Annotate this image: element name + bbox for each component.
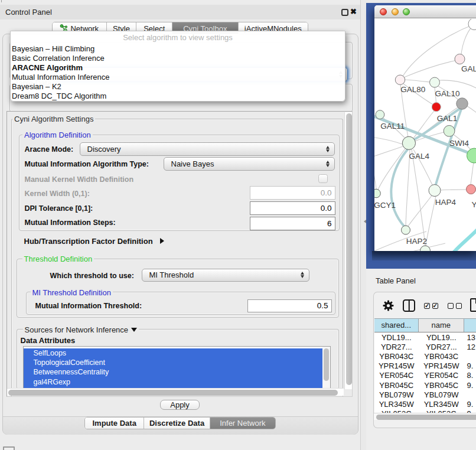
- attribute-list-item[interactable]: BetweennessCentrality: [24, 367, 323, 377]
- graph-node[interactable]: [468, 19, 476, 30]
- tab-infer-network[interactable]: Infer Network: [210, 418, 275, 429]
- float-window-icon[interactable]: [341, 9, 348, 16]
- settings-vertical-scrollbar[interactable]: [344, 112, 353, 389]
- combo-arrows-icon: [296, 269, 309, 281]
- algorithm-dropdown: Select algorithm to view settings Bayesi…: [10, 31, 345, 102]
- settings-vscrollbar-thumb[interactable]: [346, 113, 352, 385]
- close-traffic-light[interactable]: [380, 8, 387, 15]
- attribute-list-item[interactable]: SelfLoops: [24, 348, 323, 358]
- apply-button[interactable]: Apply: [160, 400, 200, 410]
- graph-node-label: GAL11: [380, 121, 405, 130]
- column-header-name[interactable]: name: [419, 319, 464, 332]
- graph-node[interactable]: [395, 75, 405, 84]
- column-header-shared-name[interactable]: shared...: [374, 319, 419, 332]
- table-cell: YDR27...: [374, 342, 419, 351]
- aracne-mode-select[interactable]: Discovery: [80, 142, 335, 156]
- dropdown-item[interactable]: Bayesian – K2: [11, 82, 345, 92]
- graph-node[interactable]: [457, 97, 468, 109]
- zoom-traffic-light[interactable]: [403, 8, 410, 15]
- network-canvas[interactable]: GAL2GAL80GAL10GAL1GAL11SWI4GAL4GCY1HAP4Y…: [374, 19, 476, 251]
- attributes-selection: SelfLoopsTopologicalCoefficientBetweenne…: [24, 348, 323, 388]
- data-attributes-list: SelfLoopsTopologicalCoefficientBetweenne…: [23, 346, 331, 389]
- panel-splitter[interactable]: [360, 0, 366, 450]
- graph-node[interactable]: [376, 110, 384, 119]
- table-cell: YDL19...: [374, 332, 419, 342]
- graph-node[interactable]: [374, 189, 380, 198]
- graph-node[interactable]: [467, 184, 476, 194]
- table-horizontal-scrollbar[interactable]: [374, 413, 476, 420]
- table-row[interactable]: YER054CYER054C8.: [374, 371, 476, 380]
- attributes-scrollbar-thumb[interactable]: [324, 348, 329, 381]
- control-panel-title: Control Panel: [5, 8, 52, 17]
- which-threshold-select[interactable]: MI Threshold: [142, 269, 309, 282]
- graph-node[interactable]: [467, 148, 476, 163]
- table-cell: YBR045C: [419, 380, 464, 390]
- table-cell: YBR043C: [374, 351, 419, 361]
- table-row[interactable]: YDL19...YDL19...13: [374, 332, 476, 342]
- mi-algorithm-type-select[interactable]: Naive Bayes: [164, 157, 335, 171]
- corner-button[interactable]: [3, 446, 15, 450]
- settings-horizontal-scrollbar[interactable]: [7, 388, 344, 396]
- sources-group-title[interactable]: Sources for Network Inference: [23, 326, 139, 334]
- dropdown-prompt[interactable]: Select algorithm to view settings: [11, 31, 345, 44]
- dpi-tolerance-field[interactable]: 0.0: [250, 201, 335, 216]
- checked-box-icon: [424, 303, 430, 309]
- dropdown-item[interactable]: Bayesian – Hill Climbing: [11, 44, 345, 54]
- dropdown-item[interactable]: Dream8 DC_TDC Algorithm: [11, 92, 345, 101]
- graph-node[interactable]: [420, 246, 431, 251]
- graph-node[interactable]: [444, 125, 455, 136]
- table-cell: 9.: [464, 380, 476, 390]
- tab-impute-data[interactable]: Impute Data: [85, 418, 144, 429]
- graph-edge: [374, 167, 376, 189]
- attributes-list-scrollbar[interactable]: [322, 347, 330, 389]
- tab-discretize-data[interactable]: Discretize Data: [144, 418, 210, 429]
- table-cell: YER054C: [374, 371, 419, 380]
- cytoscape-desktop: GAL2GAL80GAL10GAL1GAL11SWI4GAL4GCY1HAP4Y…: [366, 0, 476, 269]
- export-table-icon[interactable]: [470, 298, 476, 312]
- graph-node[interactable]: [402, 226, 410, 234]
- graph-node[interactable]: [432, 102, 441, 111]
- graph-edge: [412, 149, 425, 246]
- table-header-row: shared... name: [374, 318, 476, 333]
- network-window-titlebar[interactable]: [374, 5, 476, 18]
- close-icon[interactable]: ✖: [350, 7, 358, 18]
- minimize-traffic-light[interactable]: [392, 8, 399, 15]
- table-rows: YDL19...YDL19...13YDR27...YDR27...12YBR0…: [374, 332, 476, 413]
- table-row[interactable]: YBR043CYBR043C: [374, 351, 476, 361]
- table-row[interactable]: YPR145WYPR145W9.: [374, 361, 476, 371]
- graph-node[interactable]: [402, 136, 415, 149]
- table-hscrollbar-thumb[interactable]: [376, 415, 476, 420]
- dropdown-item[interactable]: Basic Correlation Inference: [11, 54, 345, 63]
- graph-edge: [374, 137, 402, 144]
- kernel-width-field[interactable]: 0.0: [250, 186, 335, 200]
- graph-node-label: SWI4: [449, 138, 469, 147]
- tab-impute-data-label: Impute Data: [92, 419, 136, 428]
- mi-steps-field[interactable]: 6: [250, 217, 335, 230]
- threshold-definition-title: Threshold Definition: [22, 255, 94, 263]
- table-cell: YDL19...: [419, 332, 464, 342]
- checked-box-icon: [432, 303, 438, 309]
- dropdown-item[interactable]: ARACNE Algorithm: [11, 63, 345, 73]
- graph-node[interactable]: [429, 184, 441, 196]
- table-row[interactable]: YBR045CYBR045C9.: [374, 380, 476, 390]
- show-columns-icon[interactable]: [424, 303, 438, 309]
- attribute-list-item[interactable]: gal4RGexp: [24, 377, 323, 387]
- graph-node[interactable]: [455, 54, 465, 64]
- window-bottom-shadow: [372, 251, 476, 260]
- column-header-partial[interactable]: [464, 319, 476, 332]
- graph-node[interactable]: [430, 77, 440, 87]
- dropdown-item[interactable]: Mutual Information Inference: [11, 73, 345, 82]
- table-row[interactable]: YBL079WYBL079W: [374, 390, 476, 399]
- hub-transcription-factor-expander[interactable]: Hub/Transcription Factor Definition: [24, 237, 164, 246]
- attribute-list-item[interactable]: TopologicalCoefficient: [24, 358, 323, 367]
- gear-icon[interactable]: [383, 300, 394, 311]
- node-table: shared... name YDL19...YDL19...13YDR27..…: [374, 318, 476, 413]
- aracne-mode-label: Aracne Mode:: [25, 145, 74, 154]
- hide-columns-icon[interactable]: [448, 303, 462, 309]
- mi-threshold-field[interactable]: 0.5: [247, 299, 332, 313]
- settings-hscrollbar-thumb[interactable]: [8, 390, 338, 396]
- table-row[interactable]: YDR27...YDR27...12: [374, 342, 476, 351]
- manual-kernel-width-checkbox[interactable]: [318, 174, 328, 183]
- table-row[interactable]: YLR345WYLR345W9.: [374, 399, 476, 409]
- split-view-icon[interactable]: [403, 299, 415, 312]
